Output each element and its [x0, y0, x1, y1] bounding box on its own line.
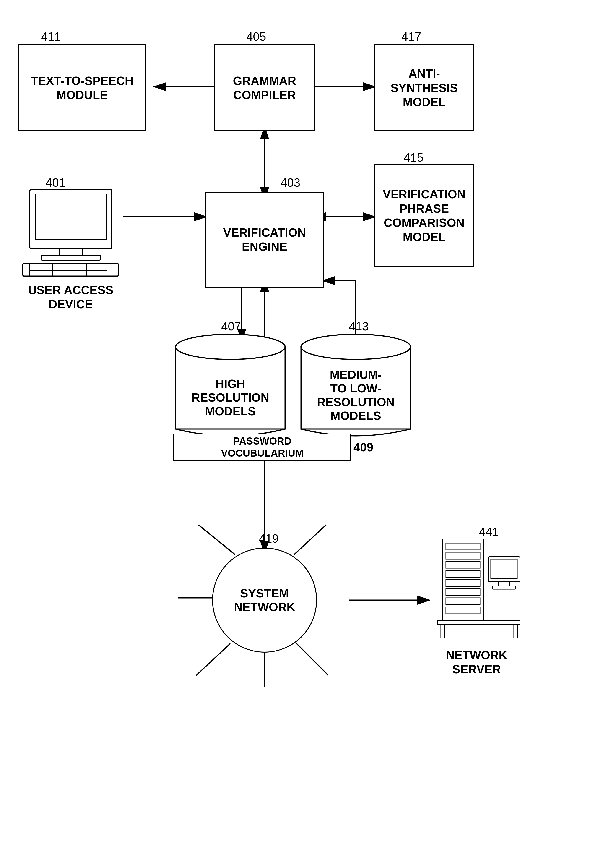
text-to-speech-box: TEXT-TO-SPEECHMODULE — [18, 44, 146, 131]
svg-text:MEDIUM-: MEDIUM- — [330, 368, 382, 381]
ref-407: 407 — [221, 319, 241, 333]
svg-rect-22 — [41, 255, 100, 260]
password-vocab-box: PASSWORDVOCUBULARIUM — [173, 433, 351, 461]
ref-417: 417 — [401, 30, 421, 43]
svg-rect-50 — [446, 580, 480, 586]
svg-text:HIGH: HIGH — [216, 377, 245, 391]
svg-text:MODELS: MODELS — [205, 404, 256, 418]
ref-405: 405 — [246, 30, 266, 43]
ref-415: 415 — [404, 151, 424, 164]
ref-403: 403 — [280, 176, 301, 190]
svg-rect-20 — [35, 194, 106, 240]
svg-rect-53 — [446, 607, 480, 614]
svg-text:RESOLUTION: RESOLUTION — [192, 391, 269, 404]
svg-point-40 — [301, 334, 411, 359]
svg-rect-23 — [23, 263, 119, 276]
svg-rect-49 — [446, 570, 480, 577]
ref-409: 409 — [353, 440, 373, 454]
svg-rect-55 — [491, 559, 517, 579]
grammar-compiler-box: GRAMMARCOMPILER — [214, 44, 315, 131]
verification-phrase-box: VERIFICATIONPHRASECOMPARISONMODEL — [374, 164, 474, 267]
ref-411: 411 — [41, 30, 61, 43]
svg-rect-47 — [446, 552, 480, 559]
svg-line-17 — [296, 644, 329, 675]
svg-rect-60 — [513, 624, 518, 638]
system-network-circle: SYSTEMNETWORK — [212, 548, 317, 652]
svg-line-14 — [294, 525, 326, 554]
svg-line-16 — [196, 644, 230, 675]
user-access-label: USER ACCESSDEVICE — [18, 283, 123, 312]
svg-rect-52 — [446, 598, 480, 605]
network-server-label: NETWORKSERVER — [429, 648, 525, 677]
svg-rect-59 — [440, 624, 445, 638]
svg-rect-21 — [59, 249, 82, 256]
svg-rect-46 — [446, 543, 480, 550]
svg-rect-51 — [446, 589, 480, 595]
svg-text:TO LOW-: TO LOW- — [330, 382, 381, 395]
ref-441: 441 — [479, 525, 499, 539]
anti-synthesis-box: ANTI-SYNTHESISMODEL — [374, 44, 474, 131]
svg-rect-58 — [438, 621, 520, 624]
svg-text:MODELS: MODELS — [330, 409, 381, 422]
svg-rect-48 — [446, 561, 480, 568]
svg-rect-57 — [493, 586, 515, 589]
verification-engine-box: VERIFICATIONENGINE — [205, 192, 324, 288]
ref-419: 419 — [259, 532, 279, 545]
ref-413: 413 — [349, 319, 369, 333]
svg-point-35 — [176, 334, 285, 359]
svg-text:RESOLUTION: RESOLUTION — [317, 395, 395, 409]
svg-line-13 — [198, 525, 235, 554]
